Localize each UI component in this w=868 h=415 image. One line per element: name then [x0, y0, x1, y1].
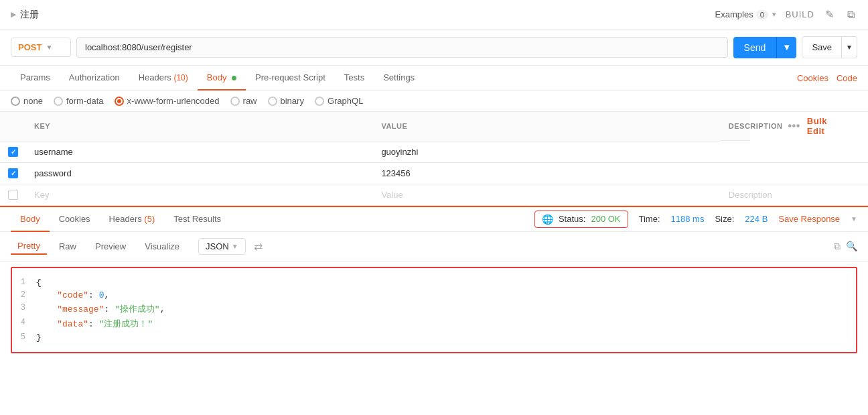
code-line-5: 5 }: [12, 331, 856, 344]
tab-headers[interactable]: Headers (10): [129, 66, 198, 91]
response-tab-testresults[interactable]: Test Results: [164, 207, 230, 232]
status-label: Status:: [559, 214, 585, 224]
radio-graphql[interactable]: GraphQL: [315, 96, 363, 106]
save-dropdown-button[interactable]: ▼: [842, 36, 857, 58]
format-bar-right: ⧉ 🔍: [834, 241, 857, 252]
row2-value-cell: 123456: [373, 162, 720, 184]
key-code: "code": [57, 290, 88, 300]
examples-button[interactable]: Examples 0 ▼: [715, 9, 778, 19]
row2-checkbox[interactable]: [8, 168, 18, 178]
headers-badge: (10): [173, 73, 188, 82]
params-table-wrapper: KEY VALUE DESCRIPTION ••• Bulk Edit: [0, 112, 868, 206]
body-dot: [232, 76, 236, 80]
response-tab-bar: Body Cookies Headers (5) Test Results 🌐 …: [0, 207, 868, 232]
response-headers-badge: (5): [144, 214, 155, 224]
code-line-3: 3 "message": "操作成功",: [12, 302, 856, 316]
response-tab-headers[interactable]: Headers (5): [100, 207, 165, 232]
row2-desc-cell: [721, 162, 868, 184]
response-tab-body[interactable]: Body: [11, 207, 50, 232]
code-content-1: {: [36, 278, 856, 288]
row1-key-cell: username: [26, 141, 373, 162]
edit-icon[interactable]: ✎: [822, 5, 837, 23]
tab-tests[interactable]: Tests: [335, 66, 374, 91]
desc-col-header: DESCRIPTION ••• Bulk Edit: [721, 112, 750, 141]
send-dropdown-button[interactable]: ▼: [776, 37, 796, 58]
tab-authorization[interactable]: Authorization: [60, 66, 129, 91]
radio-raw-circle: [230, 97, 240, 106]
top-right: Examples 0 ▼ BUILD ✎ ⧉: [715, 5, 857, 23]
row3-value-cell: Value: [373, 184, 720, 205]
radio-raw[interactable]: raw: [230, 96, 257, 106]
radio-binary[interactable]: binary: [268, 96, 304, 106]
tab-body[interactable]: Body: [198, 66, 246, 91]
save-response-chevron-icon[interactable]: ▼: [851, 215, 857, 223]
line-num-4: 4: [12, 318, 36, 330]
checkbox-col-header: [0, 112, 26, 141]
examples-count: 0: [756, 10, 768, 19]
row3-desc-cell: Description: [721, 184, 868, 205]
table-header-row: KEY VALUE DESCRIPTION ••• Bulk Edit: [0, 112, 868, 141]
time-label: Time:: [639, 214, 660, 224]
format-tab-preview[interactable]: Preview: [88, 239, 133, 254]
row2-checkbox-cell: [0, 162, 26, 184]
json-format-label: JSON: [206, 241, 229, 251]
build-label: BUILD: [786, 9, 814, 19]
radio-binary-label: binary: [281, 96, 304, 106]
cookies-link[interactable]: Cookies: [797, 73, 828, 83]
save-response-button[interactable]: Save Response: [778, 214, 840, 224]
radio-urlencoded-label: x-www-form-urlencoded: [127, 96, 220, 106]
row1-key: username: [34, 147, 73, 157]
code-link[interactable]: Code: [837, 73, 857, 83]
examples-label: Examples: [715, 9, 753, 19]
format-tab-visualize[interactable]: Visualize: [138, 239, 186, 254]
url-input[interactable]: [76, 37, 728, 58]
radio-none-label: none: [23, 96, 43, 106]
time-value: 1188 ms: [671, 214, 705, 224]
radio-none[interactable]: none: [11, 96, 43, 106]
bulk-edit-button[interactable]: Bulk Edit: [807, 116, 827, 136]
row1-desc-cell: [721, 141, 868, 162]
json-format-chevron-icon: ▼: [232, 243, 238, 250]
code-line-2: 2 "code": 0,: [12, 289, 856, 302]
key-col-header: KEY: [26, 112, 373, 141]
breadcrumb: ▶ 注册: [11, 9, 39, 21]
save-button[interactable]: Save: [802, 36, 842, 58]
response-tab-cookies[interactable]: Cookies: [50, 207, 100, 232]
code-content-5: }: [36, 333, 856, 343]
code-line-1: 1 {: [12, 276, 856, 289]
response-area: Body Cookies Headers (5) Test Results 🌐 …: [0, 206, 868, 353]
more-icon[interactable]: •••: [788, 120, 800, 132]
globe-icon: 🌐: [542, 214, 553, 225]
format-bar: Pretty Raw Preview Visualize JSON ▼ ⇄ ⧉ …: [0, 232, 868, 261]
row3-key-placeholder: Key: [34, 190, 49, 200]
method-label: POST: [18, 42, 42, 52]
json-format-select[interactable]: JSON ▼: [198, 238, 246, 255]
row3-desc-placeholder: Description: [729, 190, 772, 200]
row3-checkbox[interactable]: [8, 190, 18, 200]
format-tab-pretty[interactable]: Pretty: [11, 238, 47, 255]
code-content-4: "data": "注册成功！": [36, 318, 856, 330]
search-icon[interactable]: 🔍: [846, 241, 857, 251]
row1-checkbox[interactable]: [8, 147, 18, 157]
format-tab-raw[interactable]: Raw: [52, 239, 83, 254]
value-col-header: VALUE: [373, 112, 720, 141]
copy-icon[interactable]: ⧉: [845, 6, 857, 23]
row3-key-cell: Key: [26, 184, 373, 205]
radio-none-circle: [11, 97, 20, 106]
breadcrumb-label: 注册: [20, 9, 39, 21]
tab-prerequest[interactable]: Pre-request Script: [246, 66, 335, 91]
table-row-placeholder: Key Value Description: [0, 184, 868, 205]
key-data: "data": [57, 319, 88, 329]
method-select[interactable]: POST ▼: [11, 38, 71, 57]
size-label: Size:: [715, 214, 734, 224]
radio-urlencoded[interactable]: x-www-form-urlencoded: [115, 96, 220, 106]
size-value: 224 B: [745, 214, 768, 224]
wrap-icon[interactable]: ⇄: [251, 237, 265, 255]
tab-settings[interactable]: Settings: [374, 66, 424, 91]
copy-response-icon[interactable]: ⧉: [834, 241, 841, 252]
tab-params[interactable]: Params: [11, 66, 60, 91]
send-button[interactable]: Send: [733, 37, 777, 58]
message-val: "操作成功": [115, 304, 160, 314]
line-num-2: 2: [12, 290, 36, 300]
radio-form-data[interactable]: form-data: [54, 96, 104, 106]
